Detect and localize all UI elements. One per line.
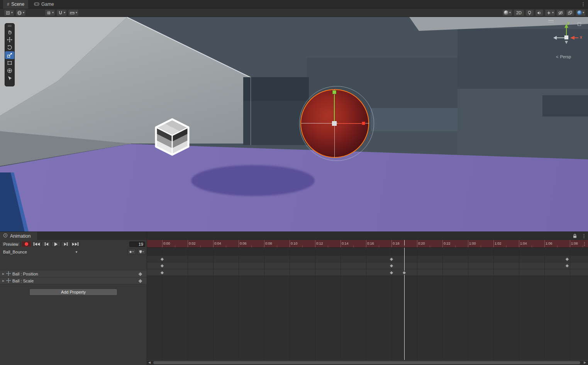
effects-dropdown-button[interactable]: ▾: [545, 9, 555, 16]
current-frame-input[interactable]: [129, 242, 145, 247]
scroll-left-icon[interactable]: ◀: [148, 361, 151, 365]
ruler-tick: [341, 240, 341, 248]
game-tab[interactable]: Game: [30, 0, 58, 8]
keyframe-indicator[interactable]: [139, 272, 142, 276]
ruler-tick-label: 0:06: [240, 242, 247, 245]
neg-z-arrowhead[interactable]: [553, 36, 557, 40]
timeline-gridline: [417, 248, 417, 360]
ruler-tick: [468, 240, 468, 248]
event-marker-icon: [139, 250, 142, 253]
asset-gizmo-cube[interactable]: [154, 117, 191, 157]
timeline-gridline: [544, 248, 545, 360]
prev-keyframe-button[interactable]: [42, 241, 51, 247]
right-dark-block: [542, 95, 588, 117]
scale-gizmo-x-axis[interactable]: [338, 123, 362, 124]
hscrollbar-thumb[interactable]: [153, 361, 580, 364]
ruler-minor-tick: [532, 245, 532, 247]
timeline-body[interactable]: [147, 248, 588, 360]
component-tools-button[interactable]: [566, 9, 574, 16]
shading-mode-button[interactable]: ▾: [502, 9, 512, 16]
timeline-ruler[interactable]: ⋮ 0:000:020:040:060:080:100:120:140:160:…: [147, 240, 588, 248]
foldout-icon[interactable]: ▶: [2, 279, 6, 282]
foldout-icon[interactable]: ▶: [2, 272, 6, 275]
x-axis-cone[interactable]: [570, 36, 574, 40]
tool-handle-rotation-button[interactable]: ▾: [15, 9, 26, 16]
ruler-tick-label: 1:04: [520, 242, 527, 245]
ruler-minor-tick: [430, 245, 430, 247]
ruler-tick-label: 0:12: [316, 242, 323, 245]
scene-visibility-button[interactable]: [556, 9, 565, 16]
first-frame-button[interactable]: [32, 241, 41, 247]
overlay-drag-handle[interactable]: [5, 24, 14, 28]
ruler-tick-label: 0:04: [214, 242, 221, 245]
ruler-tick: [290, 240, 290, 248]
chevron-down-icon: ▾: [552, 11, 554, 14]
keyframe-indicator[interactable]: [139, 279, 142, 283]
chevron-down-icon: ▾: [76, 11, 77, 14]
timeline-gridline: [315, 248, 315, 360]
transform-tool-button[interactable]: [5, 67, 14, 74]
next-key-icon: [64, 243, 66, 246]
scale-gizmo-y-axis[interactable]: [334, 95, 335, 123]
grid-snap-button[interactable]: ▾: [56, 9, 67, 16]
property-row-position[interactable]: ▶ Ball : Position: [0, 270, 147, 277]
timeline-gridline: [570, 248, 570, 360]
rect-icon: [7, 60, 12, 66]
grid-visibility-button[interactable]: ▾: [45, 9, 55, 16]
preview-button[interactable]: Preview: [1, 241, 20, 247]
chevron-down-icon: ▾: [11, 11, 13, 14]
ruler-tick: [442, 240, 443, 248]
ruler-minor-tick: [251, 245, 252, 247]
scene-camera-settings-button[interactable]: ▾: [576, 9, 586, 16]
lock-icon[interactable]: [572, 233, 578, 239]
ball-shadow: [191, 165, 315, 196]
record-button[interactable]: [22, 241, 31, 247]
play-icon: [54, 242, 58, 246]
scale-gizmo-y-handle[interactable]: [332, 90, 336, 94]
y-axis-cone[interactable]: [564, 24, 568, 28]
2d-toggle-button[interactable]: 2D: [513, 9, 524, 16]
window-tab-bar: # Scene Game ⋮: [0, 0, 588, 8]
playhead-line[interactable]: [404, 248, 405, 360]
scale-gizmo-center-handle[interactable]: [332, 121, 337, 126]
record-dot-icon: [25, 242, 28, 246]
audio-toggle-button[interactable]: [535, 9, 544, 16]
timeline-gridline: [366, 248, 366, 360]
add-event-button[interactable]: +: [137, 249, 146, 255]
rotate-icon: [7, 45, 12, 50]
scene-tab[interactable]: # Scene: [3, 0, 28, 8]
chevron-down-icon: ▾: [64, 11, 65, 14]
last-frame-button[interactable]: [71, 241, 80, 247]
snap-increment-button[interactable]: ▾: [68, 9, 79, 16]
timeline-hscrollbar[interactable]: ◀ ▶: [147, 361, 588, 365]
scene-viewport[interactable]: y x < Persp: [0, 17, 588, 232]
custom-tool-button[interactable]: [5, 74, 14, 82]
chevron-down-icon: ▾: [23, 11, 24, 14]
rect-tool-button[interactable]: [5, 59, 14, 67]
persp-toggle[interactable]: < Persp: [556, 54, 571, 59]
scale-tool-button[interactable]: [5, 51, 14, 59]
gizmo-center-cube[interactable]: [564, 35, 568, 39]
add-property-button[interactable]: Add Property: [29, 289, 117, 296]
animation-menu-icon[interactable]: ⋮: [581, 233, 586, 239]
property-row-scale[interactable]: ▶ Ball : Scale: [0, 277, 147, 284]
timeline-gridline: [290, 248, 290, 360]
lighting-toggle-button[interactable]: [525, 9, 534, 16]
play-button[interactable]: [51, 241, 61, 247]
down-axis-cone[interactable]: [565, 41, 568, 44]
ruler-tick-label: 1:06: [546, 242, 552, 245]
animation-tab[interactable]: Animation: [0, 232, 37, 240]
scroll-right-icon[interactable]: ▶: [584, 361, 586, 365]
rotate-tool-button[interactable]: [5, 44, 14, 51]
move-tool-button[interactable]: [5, 36, 14, 44]
ruler-tick: [188, 240, 188, 248]
window-menu-icon[interactable]: ⋮: [581, 1, 586, 7]
add-keyframe-button[interactable]: ◆ +: [127, 249, 136, 255]
scale-gizmo-x-handle[interactable]: [362, 122, 365, 125]
tool-handle-position-button[interactable]: ▾: [4, 9, 14, 16]
ruler-tick-label: 0:00: [163, 242, 170, 245]
clip-dropdown[interactable]: Ball_Bounce ▼: [0, 248, 81, 256]
orientation-gizmo[interactable]: y x: [550, 20, 587, 49]
next-keyframe-button[interactable]: [61, 241, 70, 247]
view-tool-button[interactable]: [5, 28, 14, 36]
